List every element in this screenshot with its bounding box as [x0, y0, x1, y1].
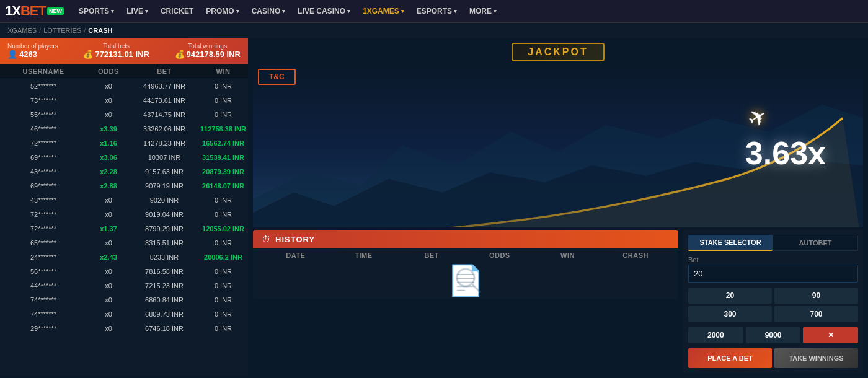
- cell-username: 29*******: [0, 325, 87, 332]
- cell-win: 20006.2 INR: [198, 253, 248, 261]
- cell-bet: 8799.29 INR: [130, 225, 198, 232]
- cell-odds: x0: [87, 111, 130, 118]
- cell-bet: 9157.63 INR: [130, 168, 198, 175]
- quick-bet-700[interactable]: 700: [774, 306, 858, 322]
- cell-win: 0 INR: [198, 325, 248, 332]
- clear-bet-button[interactable]: ✕: [803, 327, 858, 343]
- bets-amount: 772131.01 INR: [95, 50, 149, 59]
- col-win: WIN: [198, 68, 248, 75]
- main-layout: Number of players 👤 4263 Total bets 💰 77…: [0, 38, 868, 376]
- stat-winnings-label: Total winnings: [175, 43, 241, 50]
- stat-players: Number of players 👤 4263: [7, 43, 58, 59]
- history-col-date: DATE: [262, 252, 330, 259]
- leaderboard-table: 52******* x0 44963.77 INR 0 INR 73******…: [0, 79, 248, 376]
- leaderboard-panel: Number of players 👤 4263 Total bets 💰 77…: [0, 38, 248, 376]
- cell-odds: x0: [87, 97, 130, 104]
- cell-bet: 9019.04 INR: [130, 211, 198, 218]
- cell-odds: x1.37: [87, 225, 130, 232]
- tab-autobet[interactable]: AUTOBET: [773, 235, 858, 251]
- table-row: 43******* x0 9020 INR 0 INR: [0, 193, 248, 208]
- cell-username: 46*******: [0, 125, 87, 133]
- stat-players-label: Number of players: [7, 43, 58, 50]
- cell-win: 31539.41 INR: [198, 154, 248, 161]
- stat-bets-label: Total bets: [83, 43, 149, 50]
- cell-win: 16562.74 INR: [198, 139, 248, 147]
- cell-odds: x3.06: [87, 154, 130, 161]
- cell-username: 74*******: [0, 310, 87, 318]
- jackpot-text: JACKPOT: [528, 46, 588, 57]
- history-col-crash: CRASH: [601, 252, 670, 259]
- quick-bets-row1: 20 90 300 700: [688, 288, 858, 322]
- col-bet: BET: [130, 68, 198, 75]
- multiplier-display: 3.63x: [745, 134, 826, 172]
- cell-bet: 6809.73 INR: [130, 310, 198, 318]
- tab-stake-selector[interactable]: STAKE SELECTOR: [688, 235, 773, 251]
- nav-live-casino[interactable]: LIVE CASINO ▾: [293, 4, 355, 18]
- quick-bet-90[interactable]: 90: [774, 288, 858, 304]
- place-bet-button[interactable]: PLACE A BET: [688, 348, 772, 368]
- bottom-row: ⏱ HISTORY DATE TIME BET ODDS WIN CRASH 📄: [253, 230, 863, 373]
- game-canvas: T&C ✈ 3.63x: [253, 64, 863, 227]
- nav-sports[interactable]: SPORTS ▾: [74, 4, 119, 18]
- logo-text: 1XBET: [5, 3, 46, 19]
- quick-bet-20[interactable]: 20: [688, 288, 772, 304]
- winnings-icon: 💰: [175, 50, 185, 59]
- action-buttons: PLACE A BET TAKE WINNINGS: [688, 348, 858, 368]
- top-navigation: 1XBET NEW SPORTS ▾ LIVE ▾ CRICKET PROMO …: [0, 0, 868, 23]
- search-icon: [453, 265, 484, 296]
- stat-players-value: 👤 4263: [7, 50, 58, 59]
- cell-win: 0 INR: [198, 196, 248, 204]
- cell-win: 0 INR: [198, 268, 248, 275]
- nav-casino[interactable]: CASINO ▾: [247, 4, 291, 18]
- quick-bet-9000[interactable]: 9000: [746, 327, 801, 343]
- nav-1xgames[interactable]: 1XGAMES ▾: [358, 4, 409, 18]
- nav-esports[interactable]: ESPORTS ▾: [412, 4, 462, 18]
- cell-bet: 33262.06 INR: [130, 125, 198, 133]
- cell-username: 69*******: [0, 154, 87, 161]
- cell-odds: x0: [87, 296, 130, 304]
- quick-bet-2000[interactable]: 2000: [688, 327, 743, 343]
- cell-username: 74*******: [0, 296, 87, 304]
- game-panel: JACKPOT T&C: [248, 38, 868, 376]
- stat-bets-value: 💰 772131.01 INR: [83, 50, 149, 59]
- cell-win: 0 INR: [198, 211, 248, 218]
- breadcrumb-sep2: /: [84, 27, 86, 34]
- take-winnings-button[interactable]: TAKE WINNINGS: [774, 348, 858, 368]
- history-columns: DATE TIME BET ODDS WIN CRASH: [253, 248, 678, 262]
- cell-odds: x2.28: [87, 168, 130, 175]
- nav-cricket[interactable]: CRICKET: [156, 4, 198, 18]
- cell-win: 112758.38 INR: [198, 125, 248, 133]
- cell-win: 26148.07 INR: [198, 182, 248, 190]
- table-row: 55******* x0 43714.75 INR 0 INR: [0, 108, 248, 122]
- table-row: 73******* x0 44173.61 INR 0 INR: [0, 94, 248, 108]
- cell-bet: 43714.75 INR: [130, 111, 198, 118]
- table-row: 69******* x2.88 9079.19 INR 26148.07 INR: [0, 179, 248, 193]
- breadcrumb-lotteries[interactable]: LOTTERIES: [43, 27, 81, 34]
- cell-bet: 6860.84 INR: [130, 296, 198, 304]
- jackpot-area: JACKPOT: [248, 38, 868, 64]
- cell-username: 69*******: [0, 182, 87, 190]
- cell-bet: 6746.18 INR: [130, 325, 198, 332]
- logo-new-badge: NEW: [47, 7, 64, 15]
- breadcrumb-xgames[interactable]: XGAMES: [7, 27, 37, 34]
- bet-input[interactable]: [688, 265, 858, 283]
- nav-live[interactable]: LIVE ▾: [122, 4, 153, 18]
- history-col-win: WIN: [534, 252, 602, 259]
- cell-bet: 8315.51 INR: [130, 239, 198, 247]
- cell-username: 65*******: [0, 239, 87, 247]
- table-row: 46******* x3.39 33262.06 INR 112758.38 I…: [0, 122, 248, 136]
- stat-winnings-value: 💰 942178.59 INR: [175, 50, 241, 59]
- history-col-bet: BET: [397, 252, 466, 259]
- quick-bet-300[interactable]: 300: [688, 306, 772, 322]
- table-row: 52******* x0 44963.77 INR 0 INR: [0, 79, 248, 94]
- nav-more[interactable]: MORE ▾: [464, 4, 502, 18]
- table-row: 72******* x1.37 8799.29 INR 12055.02 INR: [0, 222, 248, 236]
- jackpot-badge: JACKPOT: [512, 43, 604, 61]
- logo[interactable]: 1XBET NEW: [5, 3, 64, 19]
- cell-bet: 14278.23 INR: [130, 139, 198, 147]
- breadcrumb: XGAMES / LOTTERIES / CRASH: [0, 23, 868, 38]
- nav-promo[interactable]: PROMO ▾: [201, 4, 244, 18]
- stat-winnings: Total winnings 💰 942178.59 INR: [175, 43, 241, 59]
- players-icon: 👤: [7, 50, 17, 59]
- winnings-amount: 942178.59 INR: [187, 50, 241, 59]
